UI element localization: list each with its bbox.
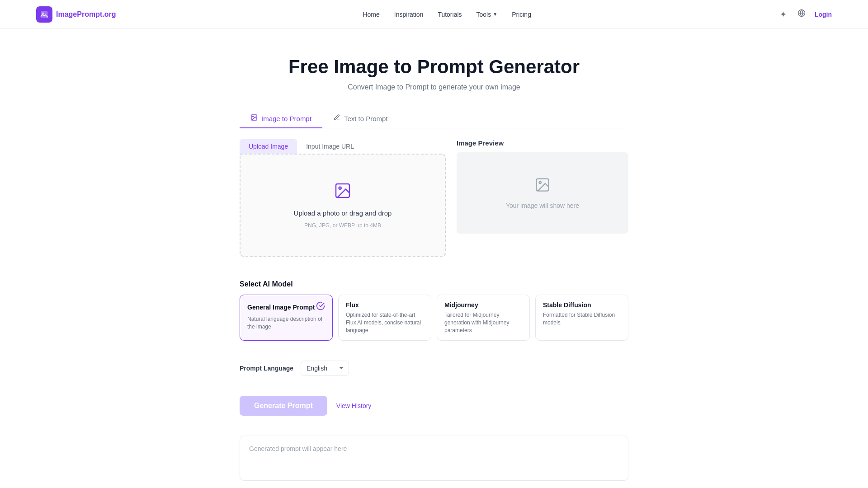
nav-home[interactable]: Home: [363, 11, 379, 18]
model-desc-sd: Formatted for Stable Diffusion models: [543, 311, 621, 327]
prompt-language-row: Prompt Language English Spanish French G…: [240, 361, 628, 376]
svg-point-1: [42, 12, 43, 14]
preview-box: Your image will show here: [457, 152, 628, 234]
upload-tabs: Upload Image Input Image URL: [240, 139, 446, 154]
model-card-stable-diffusion[interactable]: Stable Diffusion Formatted for Stable Di…: [535, 295, 628, 341]
model-name-general: General Image Prompt: [247, 304, 315, 311]
preview-placeholder-text: Your image will show here: [506, 202, 579, 209]
main-tabs: Image to Prompt Text to Prompt: [240, 109, 628, 128]
theme-toggle-button[interactable]: ✦: [778, 8, 788, 21]
logo-text: ImagePrompt.org: [56, 10, 116, 19]
model-card-general[interactable]: General Image Prompt Natural language de…: [240, 295, 333, 341]
model-card-header-sd: Stable Diffusion: [543, 301, 621, 309]
logo[interactable]: ImagePrompt.org: [36, 6, 116, 23]
login-button[interactable]: Login: [815, 11, 832, 18]
nav-inspiration[interactable]: Inspiration: [394, 11, 424, 18]
language-select[interactable]: English Spanish French German Chinese Ja…: [301, 361, 349, 376]
content-grid: Upload Image Input Image URL Upload a ph…: [240, 139, 628, 481]
tools-dropdown-icon: ▼: [493, 12, 497, 17]
svg-point-6: [339, 187, 341, 189]
generate-row: Generate Prompt View History: [240, 396, 628, 416]
model-card-midjourney[interactable]: Midjourney Tailored for Midjourney gener…: [437, 295, 530, 341]
select-ai-model-section: Select AI Model General Image Prompt Nat…: [240, 267, 628, 341]
output-placeholder: Generated prompt will appear here: [249, 445, 347, 452]
image-preview-panel: Image Preview Your image will show here: [457, 139, 628, 257]
upload-image-tab[interactable]: Upload Image: [240, 139, 297, 154]
tab-image-to-prompt[interactable]: Image to Prompt: [240, 109, 322, 128]
image-to-prompt-icon: [250, 114, 258, 123]
model-desc-midjourney: Tailored for Midjourney generation with …: [444, 311, 522, 334]
input-url-tab[interactable]: Input Image URL: [297, 139, 363, 154]
select-ai-model-title: Select AI Model: [240, 280, 628, 288]
model-check-general: [316, 301, 325, 313]
nav-tools[interactable]: Tools ▼: [476, 11, 498, 18]
nav-right: ✦ Login: [778, 7, 832, 21]
model-desc-flux: Optimized for state-of-the-art Flux AI m…: [346, 311, 424, 334]
svg-rect-0: [41, 11, 48, 18]
preview-label: Image Preview: [457, 139, 628, 147]
upload-image-icon: [334, 182, 352, 204]
model-card-header-midjourney: Midjourney: [444, 301, 522, 309]
model-card-header-flux: Flux: [346, 301, 424, 309]
upload-sub-text: PNG, JPG, or WEBP up to 4MB: [304, 222, 381, 229]
upload-panel: Upload Image Input Image URL Upload a ph…: [240, 139, 446, 257]
upload-main-text: Upload a photo or drag and drop: [294, 209, 392, 217]
nav-tutorials[interactable]: Tutorials: [438, 11, 462, 18]
nav-links: Home Inspiration Tutorials Tools ▼ Prici…: [363, 11, 531, 18]
svg-point-8: [539, 182, 542, 184]
hero-title: Free Image to Prompt Generator: [9, 56, 859, 78]
navbar: ImagePrompt.org Home Inspiration Tutoria…: [0, 0, 868, 29]
generate-prompt-button[interactable]: Generate Prompt: [240, 396, 327, 416]
text-to-prompt-icon: [333, 114, 340, 123]
svg-point-4: [253, 116, 254, 117]
model-name-flux: Flux: [346, 301, 359, 309]
logo-icon: [36, 6, 52, 23]
model-name-sd: Stable Diffusion: [543, 301, 591, 309]
hero-subtitle: Convert Image to Prompt to generate your…: [9, 83, 859, 91]
nav-pricing[interactable]: Pricing: [512, 11, 531, 18]
view-history-button[interactable]: View History: [336, 402, 372, 409]
model-card-header-general: General Image Prompt: [247, 301, 325, 313]
prompt-language-label: Prompt Language: [240, 365, 293, 372]
language-button[interactable]: [796, 7, 807, 21]
model-grid: General Image Prompt Natural language de…: [240, 295, 628, 341]
preview-placeholder-icon: [534, 177, 551, 197]
upload-dropzone[interactable]: Upload a photo or drag and drop PNG, JPG…: [240, 154, 446, 257]
model-card-flux[interactable]: Flux Optimized for state-of-the-art Flux…: [338, 295, 431, 341]
main-content: Image to Prompt Text to Prompt Upload Im…: [231, 109, 637, 488]
model-name-midjourney: Midjourney: [444, 301, 478, 309]
model-desc-general: Natural language description of the imag…: [247, 315, 325, 331]
tab-text-to-prompt[interactable]: Text to Prompt: [322, 109, 399, 128]
output-area: Generated prompt will appear here: [240, 436, 628, 481]
hero-section: Free Image to Prompt Generator Convert I…: [0, 29, 868, 109]
